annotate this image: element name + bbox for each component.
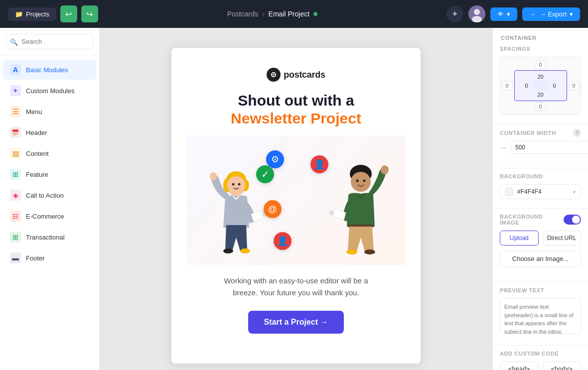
svg-point-18 [240, 248, 250, 253]
spacing-bottom-outer[interactable]: 0 [536, 102, 546, 111]
headline-line1: Shout out with a [238, 92, 354, 110]
svg-point-23 [363, 180, 366, 182]
breadcrumb-current: Email Project [269, 10, 309, 18]
menu-icon: ☰ [10, 106, 21, 117]
eye-icon: 👁 [497, 10, 504, 18]
content-icon: ▤ [10, 148, 21, 159]
preview-text-label: PREVIEW TEXT [500, 287, 581, 293]
spacing-left-inner[interactable]: 0 [522, 83, 532, 89]
svg-point-21 [351, 172, 371, 192]
svg-point-8 [273, 74, 275, 76]
spacing-top-outer[interactable]: 0 [536, 60, 546, 69]
figure-left [196, 140, 276, 265]
preview-button[interactable]: 👁 ▾ [490, 7, 517, 21]
sidebar-item-transactional[interactable]: ⊞ Transactional [3, 227, 96, 247]
export-label: → Export [540, 10, 567, 18]
resize-icon: ↔ [500, 143, 507, 151]
background-color-picker[interactable]: #F4F4F4 ▾ [500, 184, 581, 199]
spacing-top-inner[interactable]: 20 [536, 74, 546, 80]
breadcrumb-parent[interactable]: Postcards [227, 10, 258, 18]
cta-button[interactable]: Start a Project → [248, 311, 344, 334]
upload-row: Upload Direct URL [500, 231, 581, 246]
sidebar-item-cta[interactable]: ◈ Call to Action [3, 185, 96, 205]
background-section: BACKGROUND #F4F4F4 ▾ [493, 173, 588, 206]
header-label: Header [26, 129, 47, 136]
panel-title: CONTAINER [493, 28, 588, 46]
redo-button[interactable]: ↪ [81, 5, 98, 22]
custom-modules-icon: ✦ [10, 85, 21, 96]
sidebar-item-header[interactable]: Header [3, 123, 96, 142]
menu-label: Menu [26, 108, 42, 116]
float-icon-person: 👤 [310, 155, 328, 173]
sidebar-item-footer[interactable]: ▬ Footer [3, 248, 96, 268]
sidebar-item-content[interactable]: ▤ Content [3, 143, 96, 163]
logo-icon-circle [267, 68, 281, 82]
svg-point-19 [210, 172, 217, 180]
preview-dropdown-arrow: ▾ [507, 10, 510, 18]
avatar[interactable] [468, 5, 485, 22]
svg-point-14 [232, 183, 235, 186]
container-width-row: ↔ px [500, 141, 581, 154]
footer-label: Footer [26, 254, 45, 262]
export-button[interactable]: → → Export ▾ [522, 7, 580, 21]
right-panel: CONTAINER SPACINGS 0 0 20 0 0 [492, 28, 588, 370]
background-image-toggle[interactable] [564, 215, 581, 225]
folder-icon: 📁 [15, 10, 23, 18]
sidebar-item-custom-modules[interactable]: ✦ Custom Modules [3, 81, 96, 101]
spacing-left-outer[interactable]: 0 [502, 81, 512, 90]
chevron-down-icon: ▾ [573, 189, 576, 195]
preview-text-input[interactable] [500, 298, 581, 334]
transactional-icon: ⊞ [10, 232, 21, 243]
topbar-breadcrumb: Postcards › Email Project [103, 10, 441, 18]
container-width-input[interactable] [511, 141, 588, 154]
background-label: BACKGROUND [500, 173, 581, 179]
custom-modules-label: Custom Modules [26, 87, 75, 95]
ecommerce-label: E-Commerce [26, 213, 64, 220]
choose-image-button[interactable]: Choose an Image... [500, 250, 581, 267]
help-icon[interactable]: ? [573, 129, 581, 137]
cta-icon: ◈ [10, 190, 21, 201]
color-swatch [505, 188, 513, 196]
code-buttons-row: <head> <body> [500, 362, 581, 370]
svg-point-27 [364, 249, 375, 254]
spacing-bottom-inner[interactable]: 20 [536, 92, 546, 98]
feature-label: Feature [26, 171, 48, 178]
spacing-inner-middle: 0 0 [522, 81, 560, 91]
projects-button[interactable]: 📁 Projects [8, 7, 56, 21]
spacing-right-inner[interactable]: 0 [550, 83, 560, 89]
spacings-widget: 0 0 20 0 0 20 0 [500, 57, 581, 115]
head-code-button[interactable]: <head> [500, 362, 539, 370]
canvas-area[interactable]: postcards Shout out with a Newsletter Pr… [100, 28, 492, 370]
body-code-button[interactable]: <body> [543, 362, 582, 370]
export-dropdown-arrow: ▾ [570, 10, 573, 18]
svg-point-15 [238, 183, 241, 186]
sidebar-item-ecommerce[interactable]: ⊟ E-Commerce [3, 206, 96, 226]
sidebar-item-basic-modules[interactable]: A Basic Modules [3, 60, 96, 80]
spacing-right-outer[interactable]: 0 [569, 81, 579, 90]
logo-area: postcards [267, 68, 325, 82]
search-input[interactable] [6, 34, 93, 49]
background-image-section: BACKGROUND IMAGE Upload Direct URL Choos… [493, 214, 588, 280]
sidebar-item-menu[interactable]: ☰ Menu [3, 102, 96, 122]
header-icon [10, 127, 21, 138]
svg-point-22 [356, 180, 359, 182]
spacings-section: SPACINGS 0 0 20 0 0 20 [493, 46, 588, 122]
spacing-center-block [534, 81, 548, 91]
svg-point-17 [223, 248, 233, 253]
hero-image: ⚙ ✓ 👤 @ 👤 [186, 135, 406, 265]
svg-point-28 [381, 165, 389, 174]
svg-point-13 [227, 176, 245, 194]
cta-label: Call to Action [26, 192, 64, 199]
undo-button[interactable]: ↩ [60, 5, 77, 22]
svg-point-24 [329, 210, 334, 215]
upload-button[interactable]: Upload [500, 231, 539, 246]
spacing-inner: 20 0 0 20 [514, 70, 567, 101]
ecommerce-icon: ⊟ [10, 211, 21, 222]
direct-url-button[interactable]: Direct URL [543, 231, 582, 246]
sidebar-modules-list: A Basic Modules ✦ Custom Modules ☰ Menu … [0, 56, 99, 273]
add-button[interactable]: + [446, 5, 463, 22]
svg-point-26 [346, 249, 357, 254]
color-value: #F4F4F4 [517, 188, 569, 195]
export-icon: → [529, 10, 536, 18]
sidebar-item-feature[interactable]: ⊞ Feature [3, 164, 96, 184]
